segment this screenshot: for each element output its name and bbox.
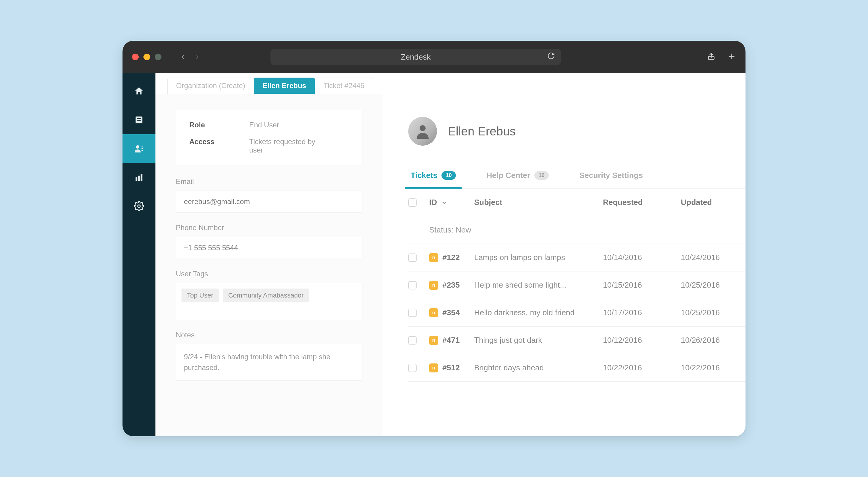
status-icon: n	[429, 308, 438, 317]
back-button[interactable]	[177, 51, 189, 63]
tab-organization-create[interactable]: Organization (Create)	[167, 78, 254, 94]
col-requested[interactable]: Requested	[603, 198, 681, 207]
notes-value: 9/24 - Ellen's having trouble with the l…	[184, 353, 330, 371]
row-checkbox[interactable]	[408, 281, 416, 290]
ticket-updated: 10/24/2016	[681, 253, 741, 262]
svg-point-14	[420, 125, 426, 131]
email-field[interactable]: eerebus@gmail.com	[176, 190, 363, 213]
svg-point-6	[136, 145, 139, 149]
col-label: ID	[429, 198, 437, 207]
user-tag[interactable]: Top User	[182, 289, 219, 302]
ticket-requested: 10/12/2016	[603, 335, 681, 345]
row-checkbox[interactable]	[408, 308, 416, 317]
user-name: Ellen Erebus	[448, 125, 516, 138]
role-value: End User	[249, 121, 279, 129]
row-checkbox[interactable]	[408, 336, 416, 345]
select-all-checkbox[interactable]	[408, 198, 416, 207]
subtab-security-settings[interactable]: Security Settings	[577, 171, 645, 188]
ticket-requested: 10/22/2016	[603, 363, 681, 372]
ticket-id: #235	[442, 280, 460, 290]
nav-arrows	[177, 51, 204, 63]
tab-label: Ellen Erebus	[263, 82, 306, 90]
main-area: Organization (Create) Ellen Erebus Ticke…	[155, 73, 745, 436]
role-label: Role	[189, 121, 249, 129]
profile-pane: Role End User Access Tickets requested b…	[155, 94, 383, 436]
svg-rect-5	[137, 120, 141, 121]
access-label: Access	[189, 138, 249, 154]
window-close-button[interactable]	[132, 54, 139, 60]
badge: 10	[441, 171, 456, 180]
ticket-subject: Lamps on lamps on lamps	[474, 253, 603, 262]
forward-button[interactable]	[191, 51, 204, 63]
col-id[interactable]: ID	[429, 198, 474, 207]
tab-ticket-2445[interactable]: Ticket #2445	[315, 78, 373, 94]
col-subject[interactable]: Subject	[474, 198, 603, 207]
tags-field[interactable]: Top User Community Amabassador	[176, 283, 363, 320]
new-tab-icon[interactable]	[727, 52, 736, 62]
user-tag[interactable]: Community Amabassador	[223, 289, 309, 302]
tickets-pane: Ellen Erebus Tickets 10 Help Center 10	[383, 94, 745, 436]
user-header: Ellen Erebus	[408, 117, 745, 146]
titlebar: Zendesk	[123, 41, 745, 73]
sidebar-item-reports[interactable]	[123, 163, 155, 192]
reload-icon[interactable]	[547, 52, 555, 62]
tab-label: Ticket #2445	[323, 82, 365, 90]
phone-value: +1 555 555 5544	[184, 244, 238, 252]
ticket-updated: 10/25/2016	[681, 280, 741, 290]
sub-tabs: Tickets 10 Help Center 10 Security Setti…	[408, 171, 745, 189]
svg-rect-12	[141, 174, 143, 181]
table-row[interactable]: n#235 Help me shed some light... 10/15/2…	[408, 271, 745, 299]
titlebar-right	[707, 52, 736, 62]
table-row[interactable]: n#122 Lamps on lamps on lamps 10/14/2016…	[408, 244, 745, 271]
ticket-id: #512	[442, 363, 460, 372]
sidebar	[123, 73, 155, 436]
sidebar-item-views[interactable]	[123, 106, 155, 134]
ticket-subject: Brighter days ahead	[474, 363, 603, 372]
badge: 10	[534, 171, 549, 180]
ticket-requested: 10/17/2016	[603, 308, 681, 317]
subtab-help-center[interactable]: Help Center 10	[484, 171, 551, 188]
subtab-label: Security Settings	[579, 171, 643, 180]
chevron-down-icon	[441, 198, 447, 207]
tab-label: Organization (Create)	[176, 82, 245, 90]
tabstrip: Organization (Create) Ellen Erebus Ticke…	[155, 73, 745, 94]
row-checkbox[interactable]	[408, 364, 416, 372]
ticket-subject: Things just got dark	[474, 335, 603, 345]
sidebar-item-settings[interactable]	[123, 192, 155, 220]
svg-point-13	[138, 205, 141, 208]
phone-label: Phone Number	[176, 223, 363, 232]
email-value: eerebus@gmail.com	[184, 198, 250, 206]
ticket-updated: 10/22/2016	[681, 363, 741, 372]
status-icon: n	[429, 336, 438, 345]
ticket-updated: 10/25/2016	[681, 308, 741, 317]
window-minimize-button[interactable]	[144, 54, 150, 60]
table-header-row: ID Subject Requested Updated	[408, 189, 745, 216]
table-row[interactable]: n#471 Things just got dark 10/12/2016 10…	[408, 327, 745, 354]
ticket-subject: Hello darkness, my old friend	[474, 308, 603, 317]
email-label: Email	[176, 177, 363, 186]
window-maximize-button[interactable]	[155, 54, 161, 60]
subtab-tickets[interactable]: Tickets 10	[408, 171, 458, 188]
subtab-label: Help Center	[487, 171, 530, 180]
tickets-table: ID Subject Requested Updated	[408, 189, 745, 382]
table-row[interactable]: n#512 Brighter days ahead 10/22/2016 10/…	[408, 354, 745, 382]
avatar[interactable]	[408, 117, 437, 146]
table-row[interactable]: n#354 Hello darkness, my old friend 10/1…	[408, 299, 745, 327]
notes-field[interactable]: 9/24 - Ellen's having trouble with the l…	[176, 344, 363, 381]
tab-ellen-erebus[interactable]: Ellen Erebus	[254, 78, 315, 94]
svg-rect-10	[136, 177, 137, 181]
share-icon[interactable]	[707, 52, 716, 62]
phone-field[interactable]: +1 555 555 5544	[176, 237, 363, 259]
row-checkbox[interactable]	[408, 254, 416, 262]
status-group-row: Status: New	[408, 216, 745, 244]
status-icon: n	[429, 253, 438, 262]
sidebar-item-customers[interactable]	[123, 134, 155, 163]
ticket-subject: Help me shed some light...	[474, 280, 603, 290]
address-bar[interactable]: Zendesk	[271, 49, 561, 65]
col-updated[interactable]: Updated	[681, 198, 741, 207]
sidebar-item-home[interactable]	[123, 77, 155, 106]
ticket-requested: 10/14/2016	[603, 253, 681, 262]
notes-label: Notes	[176, 331, 363, 339]
status-icon: n	[429, 281, 438, 290]
role-access-card: Role End User Access Tickets requested b…	[176, 110, 363, 166]
